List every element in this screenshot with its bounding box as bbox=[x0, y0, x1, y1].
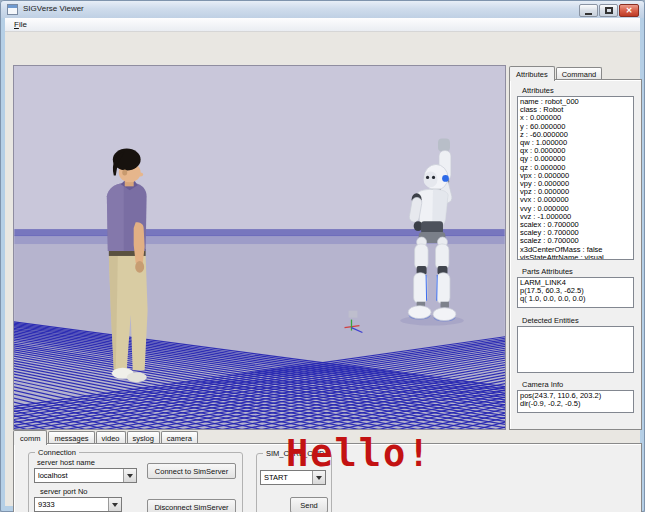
menu-bar: File bbox=[5, 18, 640, 32]
app-icon bbox=[7, 4, 18, 15]
3d-scene bbox=[14, 66, 505, 429]
disconnect-simserver-button[interactable]: Disconnect SimServer bbox=[147, 499, 236, 512]
attributes-section-label: Attributes bbox=[522, 86, 554, 95]
list-row: q( 1.0, 0.0, 0.0, 0.0) bbox=[520, 295, 631, 303]
client-area: Attributes Command Attributes name : rob… bbox=[5, 32, 640, 506]
dropdown-arrow-icon[interactable] bbox=[123, 469, 136, 482]
minimize-icon bbox=[585, 13, 592, 15]
send-button[interactable]: Send bbox=[290, 497, 328, 512]
detected-entities-listbox[interactable] bbox=[517, 326, 634, 373]
3d-viewport[interactable] bbox=[13, 65, 506, 430]
dropdown-arrow-icon[interactable] bbox=[108, 498, 121, 511]
close-button[interactable]: ✕ bbox=[619, 4, 639, 17]
maximize-icon bbox=[605, 7, 613, 14]
server-port-combobox[interactable]: 9333 bbox=[34, 497, 122, 512]
attributes-listbox[interactable]: name : robot_000class : Robotx : 0.00000… bbox=[517, 96, 634, 260]
window-controls: ✕ bbox=[579, 4, 639, 17]
connection-group-label: Connection bbox=[35, 448, 79, 457]
right-panel: Attributes Command Attributes name : rob… bbox=[509, 65, 642, 430]
server-host-label: server host name bbox=[37, 458, 95, 467]
tab-comm[interactable]: comm bbox=[13, 430, 47, 445]
list-row: visStateAttrName : visual bbox=[520, 254, 631, 260]
human-avatar bbox=[107, 149, 148, 383]
title-bar[interactable]: SIGVerse Viewer ✕ bbox=[1, 1, 644, 18]
app-window: SIGVerse Viewer ✕ File bbox=[0, 0, 645, 512]
connection-group: Connection server host name localhost se… bbox=[28, 452, 243, 512]
close-icon: ✕ bbox=[626, 7, 633, 15]
camera-info-label: Camera Info bbox=[522, 380, 563, 389]
connect-simserver-button[interactable]: Connect to SimServer bbox=[147, 463, 236, 479]
server-host-value: localhost bbox=[38, 471, 68, 480]
maximize-button[interactable] bbox=[599, 4, 618, 17]
server-port-label: server port No bbox=[40, 487, 88, 496]
tab-attributes[interactable]: Attributes bbox=[509, 66, 555, 81]
parts-attributes-label: Parts Attributes bbox=[522, 267, 573, 276]
window-title: SIGVerse Viewer bbox=[23, 4, 84, 13]
camera-info-listbox[interactable]: pos(243.7, 110.6, 203.2)dir(-0.9, -0.2, … bbox=[517, 390, 634, 413]
attributes-tab-page: Attributes name : robot_000class : Robot… bbox=[509, 79, 642, 430]
right-panel-tabs: Attributes Command bbox=[509, 65, 642, 80]
overlay-message: Hello! bbox=[286, 432, 432, 475]
server-port-value: 9333 bbox=[38, 500, 55, 509]
detected-entities-label: Detected Entities bbox=[522, 316, 579, 325]
minimize-button[interactable] bbox=[579, 4, 598, 17]
parts-attributes-listbox[interactable]: LARM_LINK4p(17.5, 60.3, -62.5)q( 1.0, 0.… bbox=[517, 277, 634, 308]
menu-file[interactable]: File bbox=[10, 19, 31, 30]
sim-command-value: START bbox=[264, 473, 288, 482]
list-row: dir(-0.9, -0.2, -0.5) bbox=[520, 400, 631, 408]
server-host-combobox[interactable]: localhost bbox=[34, 468, 137, 483]
